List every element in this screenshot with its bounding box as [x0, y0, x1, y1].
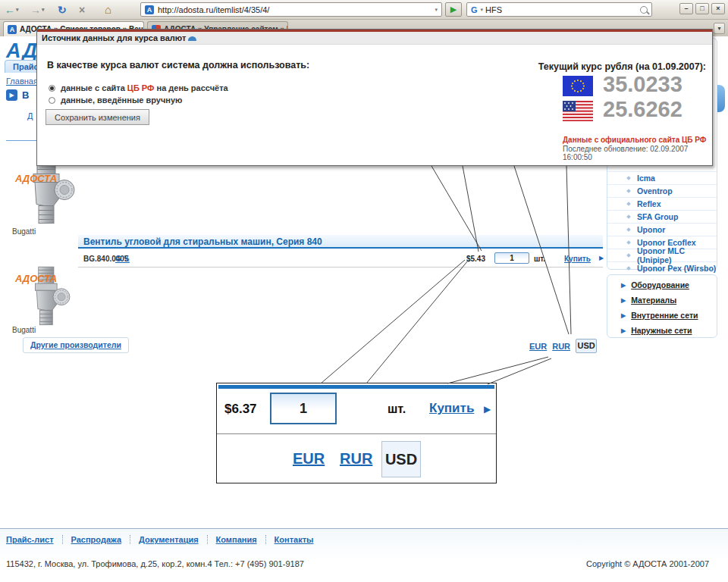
close-button[interactable]: ×	[711, 3, 725, 14]
category-title: В	[22, 89, 29, 101]
unit-label: шт.	[534, 255, 545, 263]
arrow-bullet-icon: ▶	[621, 297, 626, 304]
reload-icon: ↻	[58, 4, 67, 16]
tab-favicon: A	[8, 25, 17, 34]
forward-button[interactable]: → ▾	[30, 2, 45, 17]
rates-updated-note: Последнее обновление: 02.09.2007 16:00:5…	[563, 145, 712, 161]
sidebar-item-internal-networks[interactable]: ▶ Внутренние сети	[607, 308, 717, 323]
divider	[62, 535, 63, 544]
minimize-button[interactable]: –	[679, 3, 693, 14]
search-engine-dropdown-icon[interactable]: ▾	[481, 7, 484, 13]
sidebar-item-uponor[interactable]: Uponor	[607, 223, 717, 236]
divider	[207, 535, 208, 544]
diamond-bullet-icon	[626, 202, 631, 206]
sidebar-item-uponor-pex[interactable]: Uponor Pex (Wirsbo)	[607, 261, 717, 274]
footer-link-contacts[interactable]: Контакты	[275, 535, 314, 544]
page-footer: Прайс-лист Распродажа Документация Компа…	[0, 528, 728, 582]
sidebar-item-label: SFA Group	[637, 212, 678, 221]
buy-link[interactable]: Купить	[429, 401, 474, 416]
browser-toolbar: ← ▾ → ▾ ↻ × ⌂ A http://adosta.ru/itemlis…	[0, 0, 728, 20]
back-dropdown-icon: ▾	[16, 7, 19, 13]
search-bar[interactable]: G ▾ HFS	[466, 2, 652, 17]
tab-overflow-button[interactable]: ▾	[714, 23, 725, 34]
brand-label: Bugatti	[12, 227, 36, 236]
radio-unselected-icon[interactable]	[49, 97, 55, 104]
go-button[interactable]: ▶	[445, 2, 462, 17]
sidebar-sections: ▶ Оборудование ▶ Материалы ▶ Внутренние …	[607, 274, 717, 338]
currency-usd-selected[interactable]: USD	[576, 339, 597, 353]
sidebar-item-external-networks[interactable]: ▶ Наружные сети	[607, 323, 717, 338]
collapse-icon[interactable]	[188, 36, 196, 41]
search-input-value[interactable]: HFS	[485, 5, 502, 14]
size-link[interactable]: G ½	[115, 255, 130, 263]
back-icon: ←	[5, 4, 15, 16]
truncated-link[interactable]: Д	[27, 111, 33, 120]
other-manufacturers-link[interactable]: Другие производители	[30, 340, 121, 349]
quantity-input[interactable]	[494, 252, 529, 264]
copyright: Copyright © АДОСТА 2001-2007	[586, 559, 709, 568]
sidebar-item-sfa-group[interactable]: SFA Group	[607, 210, 717, 223]
rates-title: Текущий курс рубля (на 01.09.2007):	[538, 61, 706, 72]
arrow-bullet-icon: ▶	[621, 312, 626, 319]
buy-arrow-icon: ▶	[484, 404, 491, 415]
diamond-bullet-icon	[626, 227, 631, 232]
watermark-text: АДОСТА	[15, 173, 57, 184]
url-bar[interactable]: A http://adosta.ru/itemlist/4/35/4/ ▾	[140, 2, 442, 17]
price-value: $5.43	[440, 255, 485, 263]
home-button[interactable]: ⌂	[105, 2, 111, 17]
sidebar-item-uponor-mlc[interactable]: Uponor MLC (Unipipe)	[607, 249, 717, 261]
stop-button[interactable]: ×	[79, 2, 85, 17]
footer-link-pricelist[interactable]: Прайс-лист	[6, 535, 54, 544]
sidebar-item-label: Uponor	[637, 225, 665, 234]
restore-button[interactable]: □	[695, 3, 709, 14]
sidebar-item-label: Uponor MLC (Unipipe)	[637, 246, 717, 264]
reload-button[interactable]: ↻	[58, 2, 67, 17]
sidebar-item-icma[interactable]: Icma	[607, 171, 717, 184]
buy-link[interactable]: Купить	[564, 255, 591, 263]
company-address: 115432, г. Москва, ул. Трофимова, д.25, …	[6, 559, 304, 568]
sidebar-item-label: Icma	[637, 174, 655, 183]
radio-selected-icon[interactable]	[49, 85, 55, 92]
save-button[interactable]: Сохранить изменения	[46, 109, 149, 125]
divider	[130, 535, 130, 544]
currency-rur-link[interactable]: RUR	[340, 450, 372, 468]
back-button[interactable]: ← ▾	[5, 2, 19, 17]
sidebar-item-oventrop[interactable]: Oventrop	[607, 184, 717, 197]
rates-source-note: Данные с официального сайта ЦБ РФ	[563, 136, 706, 144]
option-cbr-rates[interactable]: данные с сайта ЦБ РФ на день рассчёта	[49, 83, 228, 92]
currency-eur-link[interactable]: EUR	[293, 450, 325, 468]
currency-eur-link[interactable]: EUR	[529, 342, 547, 351]
url-dropdown-icon[interactable]: ▾	[435, 7, 438, 13]
other-manufacturers-button[interactable]: Другие производители	[23, 337, 129, 353]
us-flag-icon	[563, 101, 593, 121]
sidebar-item-label: Внутренние сети	[631, 311, 698, 320]
option-manual-rates[interactable]: данные, введённые вручную	[49, 95, 182, 105]
dialog-title-bar: Источник данных для курса валют	[37, 32, 712, 45]
footer-links: Прайс-лист Распродажа Документация Компа…	[6, 535, 313, 544]
footer-link-documentation[interactable]: Документация	[139, 535, 199, 544]
sidebar-item-label: Oventrop	[637, 186, 673, 196]
price-value: $6.37	[224, 402, 257, 417]
dialog-question: В качестве курса валют система должна ис…	[47, 60, 309, 70]
watermark-text: АДОСТА	[15, 273, 57, 284]
diamond-bullet-icon	[626, 214, 631, 219]
currency-usd-selected[interactable]: USD	[381, 441, 421, 477]
category-arrow-icon[interactable]: ▶	[6, 89, 17, 101]
sidebar-item-materials[interactable]: ▶ Материалы	[607, 293, 717, 308]
footer-link-sale[interactable]: Распродажа	[71, 535, 122, 544]
sidebar-item-equipment[interactable]: ▶ Оборудование	[607, 277, 717, 293]
window-controls: – □ ×	[679, 3, 725, 14]
footer-link-company[interactable]: Компания	[216, 535, 257, 544]
sidebar-item-label: Материалы	[631, 296, 676, 305]
arrow-bullet-icon: ▶	[621, 327, 626, 334]
diamond-bullet-icon	[626, 266, 631, 271]
currency-rur-link[interactable]: RUR	[552, 342, 570, 351]
sidebar-item-reflex[interactable]: Reflex	[607, 197, 717, 210]
usd-rate-value: 25.6262	[603, 97, 682, 122]
search-icon[interactable]	[640, 6, 648, 14]
quantity-input[interactable]	[270, 393, 337, 424]
cbr-link[interactable]: ЦБ РФ	[127, 83, 155, 92]
divider	[217, 433, 496, 434]
category-heading: ▶ В	[6, 89, 29, 101]
breadcrumb[interactable]: Главная	[6, 77, 38, 86]
